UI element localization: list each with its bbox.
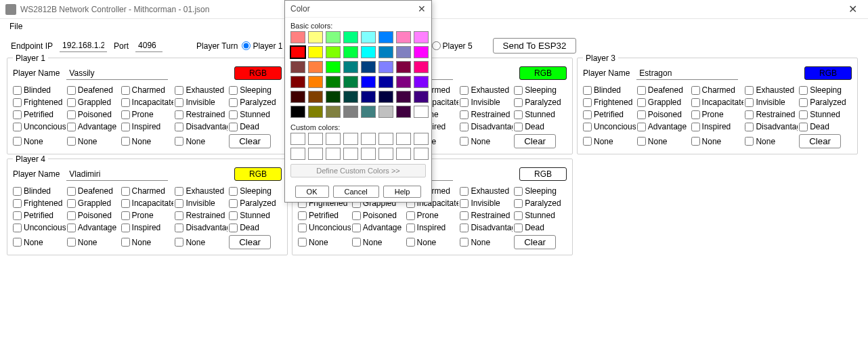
- status-check-sleeping[interactable]: Sleeping: [514, 186, 567, 196]
- status-check-advantage[interactable]: Advantage: [352, 223, 405, 232]
- status-check-disadvantage[interactable]: Disadvantage: [745, 122, 798, 131]
- custom-color-slot[interactable]: [378, 148, 393, 160]
- status-check-sleeping[interactable]: Sleeping: [229, 85, 282, 95]
- status-check-frightened[interactable]: Frightened: [13, 198, 66, 208]
- none-check-2[interactable]: None: [637, 137, 690, 146]
- color-swatch[interactable]: [343, 76, 358, 88]
- color-swatch[interactable]: [378, 91, 393, 103]
- status-check-incapacitated[interactable]: Incapacitated: [121, 198, 174, 208]
- status-check-restrained[interactable]: Restrained: [460, 110, 513, 119]
- rgb-button[interactable]: RGB: [804, 66, 852, 80]
- color-swatch[interactable]: [308, 46, 323, 58]
- color-swatch[interactable]: [343, 91, 358, 103]
- endpoint-ip-input[interactable]: [60, 39, 107, 52]
- color-swatch[interactable]: [290, 46, 305, 58]
- status-check-deafened[interactable]: Deafened: [67, 186, 120, 196]
- status-check-prone[interactable]: Prone: [121, 211, 174, 220]
- color-swatch[interactable]: [326, 76, 341, 88]
- status-check-advantage[interactable]: Advantage: [637, 122, 690, 131]
- status-check-advantage[interactable]: Advantage: [67, 122, 120, 131]
- status-check-petrified[interactable]: Petrified: [13, 110, 66, 119]
- status-check-frightened[interactable]: Frightened: [13, 98, 66, 107]
- send-to-esp32-button[interactable]: Send To ESP32: [493, 38, 577, 54]
- status-check-charmed[interactable]: Charmed: [121, 186, 174, 196]
- color-swatch[interactable]: [414, 106, 429, 118]
- none-check-1[interactable]: None: [298, 238, 351, 247]
- color-swatch[interactable]: [290, 76, 305, 88]
- status-check-stunned[interactable]: Stunned: [514, 110, 567, 119]
- status-check-unconcious[interactable]: Unconcious: [298, 223, 351, 232]
- none-check-4[interactable]: None: [745, 137, 798, 146]
- status-check-blinded[interactable]: Blinded: [583, 85, 636, 95]
- status-check-exhausted[interactable]: Exhausted: [460, 85, 513, 95]
- color-swatch[interactable]: [396, 76, 411, 88]
- status-check-inspired[interactable]: Inspired: [691, 122, 744, 131]
- none-check-3[interactable]: None: [121, 238, 174, 247]
- custom-color-slot[interactable]: [290, 133, 305, 145]
- status-check-poisoned[interactable]: Poisoned: [67, 211, 120, 220]
- color-ok-button[interactable]: OK: [295, 186, 329, 198]
- color-cancel-button[interactable]: Cancel: [333, 186, 379, 198]
- color-help-button[interactable]: Help: [383, 186, 422, 198]
- color-swatch[interactable]: [396, 61, 411, 73]
- color-swatch[interactable]: [326, 91, 341, 103]
- player-name-input[interactable]: [636, 67, 738, 80]
- status-check-paralyzed[interactable]: Paralyzed: [799, 98, 852, 107]
- color-swatch[interactable]: [378, 76, 393, 88]
- status-check-paralyzed[interactable]: Paralyzed: [514, 98, 567, 107]
- status-check-grappled[interactable]: Grappled: [67, 98, 120, 107]
- status-check-stunned[interactable]: Stunned: [229, 110, 282, 119]
- status-check-disadvantage[interactable]: Disadvantage: [175, 122, 227, 131]
- none-check-3[interactable]: None: [121, 137, 174, 146]
- status-check-prone[interactable]: Prone: [406, 211, 459, 220]
- none-check-2[interactable]: None: [352, 238, 405, 247]
- status-check-inspired[interactable]: Inspired: [406, 223, 459, 232]
- status-check-petrified[interactable]: Petrified: [583, 110, 636, 119]
- custom-color-slot[interactable]: [361, 133, 376, 145]
- clear-button[interactable]: Clear: [229, 134, 271, 148]
- color-dialog-close-button[interactable]: ✕: [418, 3, 426, 14]
- clear-button[interactable]: Clear: [229, 235, 271, 249]
- status-check-charmed[interactable]: Charmed: [691, 85, 744, 95]
- status-check-exhausted[interactable]: Exhausted: [175, 186, 227, 196]
- color-swatch[interactable]: [308, 31, 323, 43]
- none-check-1[interactable]: None: [583, 137, 636, 146]
- color-swatch[interactable]: [326, 106, 341, 118]
- color-swatch[interactable]: [396, 91, 411, 103]
- status-check-invisible[interactable]: Invisible: [175, 198, 227, 208]
- status-check-disadvantage[interactable]: Disadvantage: [460, 223, 513, 232]
- none-check-2[interactable]: None: [67, 137, 120, 146]
- color-swatch[interactable]: [290, 106, 305, 118]
- color-swatch[interactable]: [343, 106, 358, 118]
- none-check-4[interactable]: None: [460, 137, 513, 146]
- status-check-advantage[interactable]: Advantage: [67, 223, 120, 232]
- color-swatch[interactable]: [396, 31, 411, 43]
- none-check-3[interactable]: None: [691, 137, 744, 146]
- color-swatch[interactable]: [361, 106, 376, 118]
- status-check-exhausted[interactable]: Exhausted: [175, 85, 227, 95]
- status-check-frightened[interactable]: Frightened: [583, 98, 636, 107]
- color-swatch[interactable]: [396, 46, 411, 58]
- custom-color-slot[interactable]: [343, 133, 358, 145]
- custom-color-slot[interactable]: [396, 133, 411, 145]
- none-check-4[interactable]: None: [175, 137, 227, 146]
- status-check-sleeping[interactable]: Sleeping: [799, 85, 852, 95]
- custom-color-slot[interactable]: [396, 148, 411, 160]
- color-swatch[interactable]: [308, 91, 323, 103]
- color-swatch[interactable]: [308, 106, 323, 118]
- color-swatch[interactable]: [378, 61, 393, 73]
- status-check-grappled[interactable]: Grappled: [637, 98, 690, 107]
- rgb-button[interactable]: RGB: [234, 167, 282, 181]
- window-close-button[interactable]: ✕: [843, 3, 863, 16]
- clear-button[interactable]: Clear: [514, 235, 556, 249]
- color-swatch[interactable]: [414, 31, 429, 43]
- color-swatch[interactable]: [290, 61, 305, 73]
- status-check-exhausted[interactable]: Exhausted: [745, 85, 798, 95]
- player-name-input[interactable]: [66, 67, 168, 80]
- status-check-poisoned[interactable]: Poisoned: [637, 110, 690, 119]
- status-check-invisible[interactable]: Invisible: [745, 98, 798, 107]
- custom-color-slot[interactable]: [308, 133, 323, 145]
- status-check-dead[interactable]: Dead: [514, 122, 567, 131]
- rgb-button[interactable]: RGB: [234, 66, 282, 80]
- color-swatch[interactable]: [326, 46, 341, 58]
